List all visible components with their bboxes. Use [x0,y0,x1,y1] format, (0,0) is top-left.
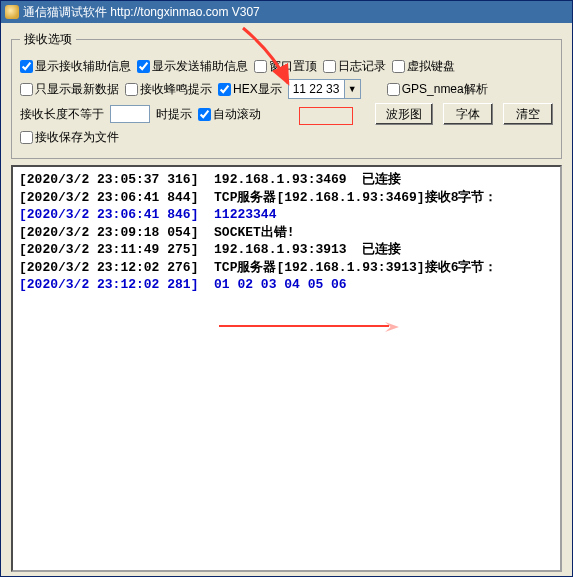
window-title: 通信猫调试软件 http://tongxinmao.com V307 [23,4,260,21]
chk-only-latest[interactable]: 只显示最新数据 [20,81,119,98]
chk-save-as-file[interactable]: 接收保存为文件 [20,129,119,146]
chk-label: 接收蜂鸣提示 [140,81,212,98]
chk-label: 只显示最新数据 [35,81,119,98]
chk-save-as-file-box[interactable] [20,131,33,144]
chk-log-record-box[interactable] [323,60,336,73]
chk-show-recv-aux-box[interactable] [20,60,33,73]
log-line: [2020/3/2 23:12:02 281] 01 02 03 04 05 0… [19,276,554,294]
wave-button[interactable]: 波形图 [375,103,433,125]
chk-beep-box[interactable] [125,83,138,96]
app-icon [5,5,19,19]
log-output[interactable]: [2020/3/2 23:05:37 316] 192.168.1.93:346… [11,165,562,572]
chk-hex[interactable]: HEX显示 [218,81,282,98]
log-line: [2020/3/2 23:11:49 275] 192.168.1.93:391… [19,241,554,259]
log-line: [2020/3/2 23:09:18 054] SOCKET出错! [19,224,554,242]
chk-label: GPS_nmea解析 [402,81,488,98]
chk-label: 接收保存为文件 [35,129,119,146]
chk-gps-box[interactable] [387,83,400,96]
log-line: [2020/3/2 23:06:41 844] TCP服务器[192.168.1… [19,189,554,207]
app-window: 通信猫调试软件 http://tongxinmao.com V307 接收选项 … [0,0,573,577]
chk-only-latest-box[interactable] [20,83,33,96]
chk-virtual-kb-box[interactable] [392,60,405,73]
chk-beep[interactable]: 接收蜂鸣提示 [125,81,212,98]
hex-combo[interactable]: ▼ [288,79,361,99]
group-legend: 接收选项 [20,31,76,48]
chk-window-top-box[interactable] [254,60,267,73]
chk-label: 显示发送辅助信息 [152,58,248,75]
chk-show-recv-aux[interactable]: 显示接收辅助信息 [20,58,131,75]
chk-label: 窗口置顶 [269,58,317,75]
chk-show-send-aux[interactable]: 显示发送辅助信息 [137,58,248,75]
chk-label: 显示接收辅助信息 [35,58,131,75]
chk-virtual-kb[interactable]: 虚拟键盘 [392,58,455,75]
time-tip-label: 时提示 [156,106,192,123]
chk-log-record[interactable]: 日志记录 [323,58,386,75]
len-ne-label: 接收长度不等于 [20,106,104,123]
chk-hex-box[interactable] [218,83,231,96]
clear-button[interactable]: 清空 [503,103,553,125]
options-row-4: 接收保存为文件 [20,129,553,146]
log-line: [2020/3/2 23:12:02 276] TCP服务器[192.168.1… [19,259,554,277]
len-ne-input[interactable] [110,105,150,123]
chk-label: HEX显示 [233,81,282,98]
options-row-1: 显示接收辅助信息 显示发送辅助信息 窗口置顶 日志记录 虚拟键盘 [20,58,553,75]
chk-auto-scroll-box[interactable] [198,108,211,121]
receive-options-group: 接收选项 显示接收辅助信息 显示发送辅助信息 窗口置顶 日志记录 [11,31,562,159]
chk-label: 自动滚动 [213,106,261,123]
chk-label: 虚拟键盘 [407,58,455,75]
chk-label: 日志记录 [338,58,386,75]
hex-combo-input[interactable] [289,80,344,98]
chk-show-send-aux-box[interactable] [137,60,150,73]
client-area: 接收选项 显示接收辅助信息 显示发送辅助信息 窗口置顶 日志记录 [1,23,572,576]
log-line: [2020/3/2 23:06:41 846] 11223344 [19,206,554,224]
chk-auto-scroll[interactable]: 自动滚动 [198,106,261,123]
font-button[interactable]: 字体 [443,103,493,125]
options-row-2: 只显示最新数据 接收蜂鸣提示 HEX显示 ▼ GPS_nmea解析 [20,79,553,99]
chk-window-top[interactable]: 窗口置顶 [254,58,317,75]
titlebar[interactable]: 通信猫调试软件 http://tongxinmao.com V307 [1,1,572,23]
options-row-3: 接收长度不等于 时提示 自动滚动 波形图 字体 清空 [20,103,553,125]
chevron-down-icon[interactable]: ▼ [344,80,360,98]
chk-gps[interactable]: GPS_nmea解析 [387,81,488,98]
log-line: [2020/3/2 23:05:37 316] 192.168.1.93:346… [19,171,554,189]
